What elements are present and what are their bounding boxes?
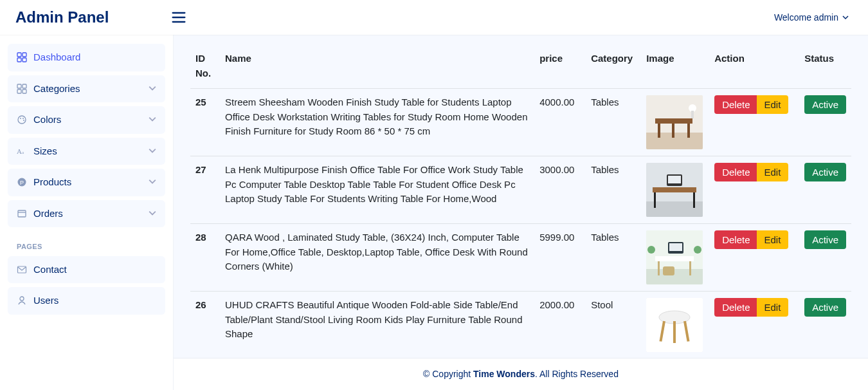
svg-rect-52 — [673, 321, 676, 343]
svg-rect-33 — [653, 187, 696, 192]
svg-rect-30 — [691, 111, 694, 118]
menu-icon — [170, 8, 188, 26]
sidebar-item-sizes[interactable]: AaSizes — [8, 138, 165, 165]
cell-category: Stool — [586, 292, 641, 359]
sidebar-item-dashboard[interactable]: Dashboard — [8, 44, 165, 71]
type-icon: Aa — [17, 146, 27, 156]
svg-text:P: P — [20, 180, 24, 186]
product-image — [646, 163, 703, 217]
svg-rect-9 — [17, 89, 21, 93]
svg-rect-27 — [687, 124, 690, 138]
cell-name: Streem Sheesham Wooden Finish Study Tabl… — [220, 89, 534, 156]
status-active-button[interactable]: Active — [804, 298, 846, 317]
svg-point-12 — [20, 118, 21, 119]
user-greeting: Welcome admin — [774, 11, 838, 24]
nav-icon — [17, 115, 27, 125]
svg-rect-28 — [672, 124, 674, 138]
sidebar-item-label: Orders — [33, 207, 63, 221]
table-row: 25Streem Sheesham Wooden Finish Study Ta… — [190, 89, 851, 156]
cell-action: DeleteEdit — [709, 89, 799, 156]
svg-point-46 — [694, 246, 701, 254]
svg-rect-19 — [18, 210, 26, 217]
delete-button[interactable]: Delete — [714, 95, 757, 114]
cell-name: QARA Wood , Laminated Study Table, (36X2… — [220, 224, 534, 292]
footer: © Copyright Time Wonders. All Rights Res… — [174, 358, 868, 390]
cell-price: 4000.00 — [534, 89, 586, 156]
svg-rect-44 — [669, 243, 682, 251]
nav-icon — [17, 295, 27, 306]
cell-image — [641, 156, 709, 224]
sidebar-item-products[interactable]: PProducts — [8, 169, 165, 196]
cell-image — [641, 224, 709, 292]
cell-name: UHUD CRAFTS Beautiful Antique Wooden Fol… — [220, 292, 534, 359]
edit-button[interactable]: Edit — [757, 298, 789, 317]
svg-rect-5 — [17, 58, 21, 62]
sidebar-item-label: Contact — [33, 263, 67, 277]
nav-icon — [17, 84, 27, 94]
sidebar-item-orders[interactable]: Orders — [8, 200, 165, 228]
user-menu[interactable]: Welcome admin — [770, 8, 853, 27]
sidebar-item-label: Categories — [33, 82, 80, 97]
product-image — [646, 298, 703, 352]
box-icon — [17, 209, 27, 219]
delete-button[interactable]: Delete — [714, 230, 757, 249]
grid-icon — [17, 84, 27, 94]
edit-button[interactable]: Edit — [757, 230, 789, 249]
cell-category: Tables — [586, 156, 641, 224]
nav-icon: P — [17, 177, 27, 187]
col-price: price — [534, 46, 586, 89]
chevron-down-icon — [149, 178, 156, 185]
edit-button[interactable]: Edit — [757, 163, 789, 181]
nav-icon: Aa — [17, 146, 27, 156]
expand-toggle — [149, 82, 156, 97]
cell-action: DeleteEdit — [709, 156, 799, 224]
nav-section-pages: PAGES — [8, 231, 165, 256]
chevron-down-icon — [149, 115, 156, 123]
sidebar-item-categories[interactable]: Categories — [8, 75, 165, 103]
footer-prefix: © Copyright — [423, 369, 473, 379]
chevron-down-icon — [842, 14, 849, 21]
svg-point-11 — [18, 116, 26, 124]
cell-category: Tables — [586, 224, 641, 292]
status-active-button[interactable]: Active — [804, 230, 846, 249]
app-title[interactable]: Admin Panel — [15, 6, 170, 29]
col-category: Category — [586, 46, 641, 89]
chevron-down-icon — [149, 84, 156, 92]
cell-status: Active — [799, 89, 851, 156]
delete-button[interactable]: Delete — [714, 163, 757, 181]
cell-status: Active — [799, 224, 851, 292]
delete-button[interactable]: Delete — [714, 298, 757, 317]
table-row: 27La Henk Multipurpose Finish Office Tab… — [190, 156, 851, 224]
cell-id: 26 — [190, 292, 220, 359]
product-image — [646, 95, 703, 149]
svg-rect-40 — [655, 256, 694, 261]
expand-toggle — [149, 144, 156, 159]
svg-rect-3 — [17, 53, 21, 57]
status-active-button[interactable]: Active — [804, 95, 846, 114]
svg-rect-26 — [658, 124, 660, 138]
cell-status: Active — [799, 156, 851, 224]
cell-id: 27 — [190, 156, 220, 224]
sidebar-item-label: Colors — [33, 113, 61, 127]
cell-status: Active — [799, 292, 851, 359]
sidebar-item-label: Dashboard — [33, 50, 80, 65]
chevron-down-icon — [149, 147, 156, 154]
svg-rect-10 — [23, 89, 26, 93]
expand-toggle — [149, 113, 156, 127]
product-thumbnail — [646, 95, 703, 149]
grid-icon — [17, 52, 27, 62]
sidebar-item-contact[interactable]: Contact — [8, 256, 165, 284]
sidebar-item-colors[interactable]: Colors — [8, 106, 165, 134]
products-table: ID No. Name price Category Image Action … — [190, 46, 851, 359]
cell-action: DeleteEdit — [709, 224, 799, 292]
svg-rect-42 — [689, 261, 691, 275]
sidebar-item-users[interactable]: Users — [8, 287, 165, 315]
svg-rect-35 — [693, 192, 695, 208]
nav-icon — [17, 265, 27, 275]
cell-price: 3000.00 — [534, 156, 586, 224]
status-active-button[interactable]: Active — [804, 163, 846, 181]
edit-button[interactable]: Edit — [757, 95, 789, 114]
menu-toggle[interactable] — [170, 8, 188, 26]
svg-rect-4 — [23, 53, 26, 57]
product-thumbnail — [646, 230, 703, 284]
